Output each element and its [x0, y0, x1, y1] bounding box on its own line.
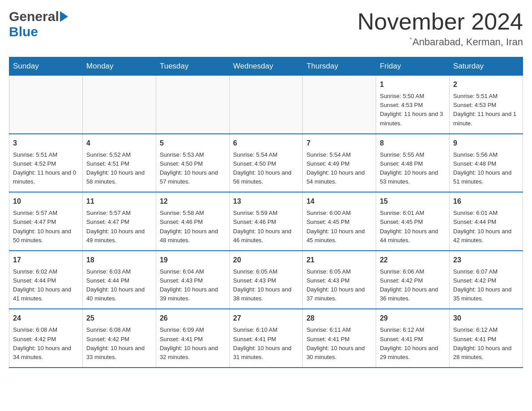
day-number: 21: [306, 255, 372, 265]
page-header: General Blue November 2024 `Anbarabad, K…: [9, 9, 523, 48]
calendar-week-row: 10Sunrise: 5:57 AMSunset: 4:47 PMDayligh…: [9, 192, 523, 251]
header-saturday: Saturday: [450, 57, 523, 76]
calendar-cell: 5Sunrise: 5:53 AMSunset: 4:50 PMDaylight…: [156, 134, 229, 193]
day-info: Sunrise: 6:07 AMSunset: 4:42 PMDaylight:…: [453, 267, 519, 304]
calendar-cell: 29Sunrise: 6:12 AMSunset: 4:41 PMDayligh…: [376, 309, 450, 368]
calendar-cell: 11Sunrise: 5:57 AMSunset: 4:47 PMDayligh…: [82, 192, 156, 251]
calendar-table: Sunday Monday Tuesday Wednesday Thursday…: [9, 57, 523, 368]
calendar-cell: 10Sunrise: 5:57 AMSunset: 4:47 PMDayligh…: [9, 192, 83, 251]
day-info: Sunrise: 6:01 AMSunset: 4:45 PMDaylight:…: [380, 209, 446, 245]
calendar-title-section: November 2024 `Anbarabad, Kerman, Iran: [357, 9, 523, 48]
calendar-title: November 2024: [357, 9, 523, 34]
day-info: Sunrise: 5:54 AMSunset: 4:49 PMDaylight:…: [306, 150, 372, 187]
day-number: 2: [453, 79, 519, 90]
day-number: 20: [233, 255, 299, 265]
logo-blue-text: Blue: [9, 24, 38, 39]
day-number: 5: [160, 138, 226, 149]
calendar-cell: 13Sunrise: 5:59 AMSunset: 4:46 PMDayligh…: [229, 192, 303, 251]
day-headers-row: Sunday Monday Tuesday Wednesday Thursday…: [9, 57, 523, 76]
day-info: Sunrise: 5:55 AMSunset: 4:48 PMDaylight:…: [380, 150, 446, 187]
calendar-week-row: 3Sunrise: 5:51 AMSunset: 4:52 PMDaylight…: [9, 134, 523, 193]
day-number: 19: [160, 255, 226, 265]
calendar-cell: [229, 76, 303, 134]
day-info: Sunrise: 6:10 AMSunset: 4:41 PMDaylight:…: [233, 325, 299, 362]
day-info: Sunrise: 6:09 AMSunset: 4:41 PMDaylight:…: [160, 325, 226, 362]
header-monday: Monday: [82, 57, 156, 76]
header-thursday: Thursday: [303, 57, 376, 76]
day-info: Sunrise: 5:50 AMSunset: 4:53 PMDaylight:…: [380, 92, 446, 128]
day-info: Sunrise: 5:57 AMSunset: 4:47 PMDaylight:…: [13, 209, 79, 245]
logo-arrow-icon: [60, 11, 68, 22]
day-info: Sunrise: 6:03 AMSunset: 4:44 PMDaylight:…: [86, 267, 152, 304]
day-info: Sunrise: 5:51 AMSunset: 4:52 PMDaylight:…: [13, 150, 79, 187]
calendar-cell: 24Sunrise: 6:08 AMSunset: 4:42 PMDayligh…: [9, 309, 83, 368]
calendar-cell: 14Sunrise: 6:00 AMSunset: 4:45 PMDayligh…: [303, 192, 376, 251]
calendar-week-row: 17Sunrise: 6:02 AMSunset: 4:44 PMDayligh…: [9, 251, 523, 309]
calendar-cell: 22Sunrise: 6:06 AMSunset: 4:42 PMDayligh…: [376, 251, 450, 309]
day-info: Sunrise: 5:56 AMSunset: 4:48 PMDaylight:…: [453, 150, 519, 187]
calendar-cell: 6Sunrise: 5:54 AMSunset: 4:50 PMDaylight…: [229, 134, 303, 193]
calendar-cell: [9, 76, 83, 134]
day-info: Sunrise: 6:12 AMSunset: 4:41 PMDaylight:…: [380, 325, 446, 362]
day-number: 29: [380, 313, 446, 324]
day-number: 30: [453, 313, 519, 324]
calendar-body: 1Sunrise: 5:50 AMSunset: 4:53 PMDaylight…: [9, 76, 523, 368]
day-number: 22: [380, 255, 446, 265]
calendar-cell: 25Sunrise: 6:08 AMSunset: 4:42 PMDayligh…: [82, 309, 156, 368]
calendar-cell: [156, 76, 229, 134]
calendar-cell: 16Sunrise: 6:01 AMSunset: 4:44 PMDayligh…: [450, 192, 523, 251]
day-number: 15: [380, 196, 446, 207]
day-number: 12: [160, 196, 226, 207]
day-number: 9: [453, 138, 519, 149]
calendar-cell: [303, 76, 376, 134]
logo: General Blue: [9, 9, 68, 39]
calendar-cell: 23Sunrise: 6:07 AMSunset: 4:42 PMDayligh…: [450, 251, 523, 309]
day-number: 3: [13, 138, 79, 149]
day-info: Sunrise: 5:52 AMSunset: 4:51 PMDaylight:…: [86, 150, 152, 187]
day-number: 14: [306, 196, 372, 207]
calendar-cell: 3Sunrise: 5:51 AMSunset: 4:52 PMDaylight…: [9, 134, 83, 193]
calendar-cell: 8Sunrise: 5:55 AMSunset: 4:48 PMDaylight…: [376, 134, 450, 193]
calendar-week-row: 1Sunrise: 5:50 AMSunset: 4:53 PMDaylight…: [9, 76, 523, 134]
calendar-cell: 30Sunrise: 6:12 AMSunset: 4:41 PMDayligh…: [450, 309, 523, 368]
day-number: 11: [86, 196, 152, 207]
day-number: 17: [13, 255, 79, 265]
calendar-cell: 26Sunrise: 6:09 AMSunset: 4:41 PMDayligh…: [156, 309, 229, 368]
day-number: 7: [306, 138, 372, 149]
calendar-cell: 9Sunrise: 5:56 AMSunset: 4:48 PMDaylight…: [450, 134, 523, 193]
day-info: Sunrise: 5:54 AMSunset: 4:50 PMDaylight:…: [233, 150, 299, 187]
day-info: Sunrise: 6:01 AMSunset: 4:44 PMDaylight:…: [453, 209, 519, 245]
day-info: Sunrise: 6:05 AMSunset: 4:43 PMDaylight:…: [306, 267, 372, 304]
calendar-cell: 20Sunrise: 6:05 AMSunset: 4:43 PMDayligh…: [229, 251, 303, 309]
header-sunday: Sunday: [9, 57, 83, 76]
day-number: 24: [13, 313, 79, 324]
day-number: 13: [233, 196, 299, 207]
day-number: 28: [306, 313, 372, 324]
day-number: 10: [13, 196, 79, 207]
day-number: 4: [86, 138, 152, 149]
calendar-subtitle: `Anbarabad, Kerman, Iran: [357, 36, 523, 48]
day-number: 8: [380, 138, 446, 149]
logo-general-text: General: [9, 9, 59, 24]
calendar-cell: [82, 76, 156, 134]
calendar-week-row: 24Sunrise: 6:08 AMSunset: 4:42 PMDayligh…: [9, 309, 523, 368]
calendar-cell: 7Sunrise: 5:54 AMSunset: 4:49 PMDaylight…: [303, 134, 376, 193]
day-info: Sunrise: 5:58 AMSunset: 4:46 PMDaylight:…: [160, 209, 226, 245]
day-info: Sunrise: 6:12 AMSunset: 4:41 PMDaylight:…: [453, 325, 519, 362]
calendar-cell: 27Sunrise: 6:10 AMSunset: 4:41 PMDayligh…: [229, 309, 303, 368]
day-number: 16: [453, 196, 519, 207]
calendar-cell: 12Sunrise: 5:58 AMSunset: 4:46 PMDayligh…: [156, 192, 229, 251]
day-info: Sunrise: 6:00 AMSunset: 4:45 PMDaylight:…: [306, 209, 372, 245]
header-friday: Friday: [376, 57, 450, 76]
day-number: 18: [86, 255, 152, 265]
day-info: Sunrise: 5:59 AMSunset: 4:46 PMDaylight:…: [233, 209, 299, 245]
day-number: 25: [86, 313, 152, 324]
day-number: 1: [380, 79, 446, 90]
day-number: 23: [453, 255, 519, 265]
calendar-cell: 15Sunrise: 6:01 AMSunset: 4:45 PMDayligh…: [376, 192, 450, 251]
day-info: Sunrise: 6:04 AMSunset: 4:43 PMDaylight:…: [160, 267, 226, 304]
day-number: 26: [160, 313, 226, 324]
calendar-cell: 1Sunrise: 5:50 AMSunset: 4:53 PMDaylight…: [376, 76, 450, 134]
header-wednesday: Wednesday: [229, 57, 303, 76]
day-number: 6: [233, 138, 299, 149]
